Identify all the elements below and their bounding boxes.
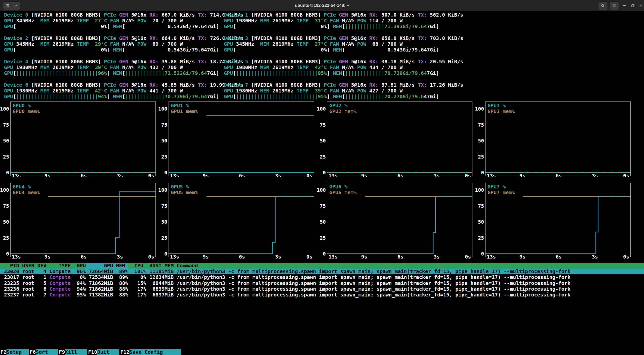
device-5-freq-line: GPU 1980MHz MEM 2619MHz TEMP 42°C FAN N/… xyxy=(224,65,403,70)
y-axis-tick: 50 xyxy=(0,219,9,225)
fkey-label: F6 xyxy=(30,349,36,355)
device-2-info-line: Device 2 [NVIDIA H100 80GB HBM3] PCIe GE… xyxy=(4,35,243,41)
graph-util-legend: GPU3 % xyxy=(488,103,506,109)
x-axis-tick: 3s xyxy=(433,254,440,260)
y-axis-tick: 50 xyxy=(472,219,484,225)
graph-mem-legend: GPU3 mem% xyxy=(488,109,515,114)
x-axis-tick: 0s xyxy=(147,254,155,260)
process-row-text: 23020 root 4 Compute 96% 72664MiB 89% 10… xyxy=(4,269,571,274)
y-axis-tick: 75 xyxy=(0,122,9,128)
function-key-bar: F2Setup F6Sort F9Kill F10Quit F12Save Co… xyxy=(1,349,182,355)
new-tab-button-group[interactable] xyxy=(3,2,20,10)
x-axis-tick: 13s xyxy=(328,254,338,260)
fkey-action: Sort xyxy=(36,349,58,355)
y-axis-tick: 25 xyxy=(472,235,484,241)
process-row[interactable]: 23235 root 5 Compute 94% 71862MiB 88% 15… xyxy=(0,280,644,286)
y-axis-tick: 0 xyxy=(0,251,9,257)
y-axis-tick: 25 xyxy=(155,154,167,160)
y-axis-tick: 100 xyxy=(472,106,484,112)
process-row-text: 23017 root 1 Compute 0% 72534MiB 89% 0% … xyxy=(4,274,571,280)
menu-button[interactable] xyxy=(609,2,619,10)
fkey-action: Setup xyxy=(7,349,29,355)
x-axis-tick: 6s xyxy=(397,254,404,260)
y-axis-tick: 100 xyxy=(155,187,167,193)
x-axis-tick: 9s xyxy=(44,254,51,260)
x-axis-tick: 13s xyxy=(328,173,338,179)
y-axis-tick: 25 xyxy=(0,235,9,241)
graph-mem-legend: GPU4 mem% xyxy=(13,190,40,195)
y-axis-tick: 0 xyxy=(314,170,326,176)
fkey-action: Quit xyxy=(97,349,119,355)
device-0-info-line: Device 0 [NVIDIA H100 80GB HBM3] PCIe GE… xyxy=(4,12,243,18)
process-row[interactable]: 23237 root 7 Compute 95% 71382MiB 88% 17… xyxy=(0,292,644,298)
device-1-info-line: Device 1 [NVIDIA H100 80GB HBM3] PCIe GE… xyxy=(224,12,463,18)
device-4-bars-line: GPU[|||||||||||||||||||||||||||96%] MEM[… xyxy=(4,70,219,76)
graph-mem-legend: GPU7 mem% xyxy=(488,190,515,195)
x-axis-tick: 0s xyxy=(306,254,313,260)
y-axis-tick: 75 xyxy=(472,122,484,128)
device-5-info-line: Device 5 [NVIDIA H100 80GB HBM3] PCIe GE… xyxy=(224,59,463,65)
graph-util-legend: GPU7 % xyxy=(488,184,506,190)
y-axis-tick: 100 xyxy=(314,187,326,193)
x-axis-tick: 0s xyxy=(464,173,472,179)
process-row-text: 23236 root 6 Compute 94% 71862MiB 88% 17… xyxy=(4,286,571,292)
y-axis-tick: 50 xyxy=(155,138,167,144)
fkey-setup[interactable]: F2Setup xyxy=(1,349,29,355)
x-axis-tick: 13s xyxy=(11,173,22,179)
graph-util-legend: GPU2 % xyxy=(329,103,347,109)
x-axis-tick: 3s xyxy=(591,254,599,260)
x-axis-tick: 9s xyxy=(360,254,368,260)
device-7-info-line: Device 7 [NVIDIA H100 80GB HBM3] PCIe GE… xyxy=(224,82,463,88)
y-axis-tick: 75 xyxy=(0,203,9,209)
device-6-freq-line: GPU 1980MHz MEM 2619MHz TEMP 42°C FAN N/… xyxy=(4,88,183,94)
y-axis-tick: 100 xyxy=(314,106,326,112)
device-3-bars-line: GPU[ 0%] MEM[ 0.543Gi/79.647Gi] xyxy=(224,47,439,53)
graph-util-legend: GPU4 % xyxy=(13,184,31,190)
y-axis-tick: 100 xyxy=(0,187,9,193)
x-axis-tick: 13s xyxy=(486,173,497,179)
fkey-action: Save Config xyxy=(130,349,181,355)
x-axis-tick: 6s xyxy=(397,173,404,179)
gpu1-graph: GPU1 %GPU1 mem%100755025013s9s6s3s0s xyxy=(169,102,314,176)
process-row[interactable]: 23236 root 6 Compute 94% 71862MiB 88% 17… xyxy=(0,286,644,292)
graph-util-legend: GPU0 % xyxy=(13,103,31,109)
x-axis-tick: 3s xyxy=(116,254,124,260)
y-axis-tick: 0 xyxy=(0,170,9,176)
chevron-down-icon[interactable] xyxy=(12,2,20,10)
device-0-bars-line: GPU[ 0%] MEM[ 0.543Gi/79.647Gi] xyxy=(4,24,219,29)
fkey-save-config[interactable]: F12Save Config xyxy=(120,349,181,355)
maximize-icon[interactable] xyxy=(631,4,635,8)
y-axis-tick: 50 xyxy=(314,138,326,144)
x-axis-tick: 6s xyxy=(80,254,88,260)
window-title: ubuntu@192-222-54-148: ~ xyxy=(0,0,644,11)
fkey-kill[interactable]: F9Kill xyxy=(59,349,87,355)
device-4-freq-line: GPU 1980MHz MEM 2619MHz TEMP 39°C FAN N/… xyxy=(4,65,183,70)
fkey-quit[interactable]: F10Quit xyxy=(88,349,119,355)
process-row-selected[interactable]: 23020 root 4 Compute 96% 72664MiB 89% 10… xyxy=(0,269,644,274)
x-axis-tick: 9s xyxy=(519,173,526,179)
x-axis-tick: 6s xyxy=(238,254,246,260)
search-button[interactable] xyxy=(598,2,608,10)
y-axis-tick: 75 xyxy=(155,203,167,209)
y-axis-tick: 0 xyxy=(155,251,167,257)
y-axis-tick: 0 xyxy=(155,170,167,176)
titlebar: ubuntu@192-222-54-148: ~ xyxy=(0,0,644,11)
fkey-label: F9 xyxy=(59,349,65,355)
y-axis-tick: 0 xyxy=(314,251,326,257)
new-tab-icon[interactable] xyxy=(3,2,12,10)
gpu4-graph: GPU4 %GPU4 mem%100755025013s9s6s3s0s xyxy=(10,183,156,257)
device-6-info-line: Device 6 [NVIDIA H100 80GB HBM3] PCIe GE… xyxy=(4,82,243,88)
process-row-text: 23237 root 7 Compute 95% 71382MiB 88% 17… xyxy=(4,292,571,298)
close-icon[interactable] xyxy=(639,4,643,8)
x-axis-tick: 3s xyxy=(274,254,282,260)
y-axis-tick: 100 xyxy=(0,106,9,112)
process-row[interactable]: 23017 root 1 Compute 0% 72534MiB 89% 0% … xyxy=(0,274,644,280)
y-axis-tick: 25 xyxy=(0,154,9,160)
device-2-bars-line: GPU[ 0%] MEM[ 0.543Gi/79.647Gi] xyxy=(4,47,219,53)
process-table-header[interactable]: PID USER DEV TYPE GPU GPU MEM CPU HOST M… xyxy=(0,263,644,269)
gpu7-graph: GPU7 %GPU7 mem%100755025013s9s6s3s0s xyxy=(485,183,631,257)
fkey-sort[interactable]: F6Sort xyxy=(30,349,58,355)
minimize-icon[interactable] xyxy=(622,5,626,6)
graph-util-legend: GPU5 % xyxy=(171,184,189,190)
device-3-freq-line: GPU 345MHz MEM 2619MHz TEMP 27°C FAN N/A… xyxy=(224,41,403,47)
